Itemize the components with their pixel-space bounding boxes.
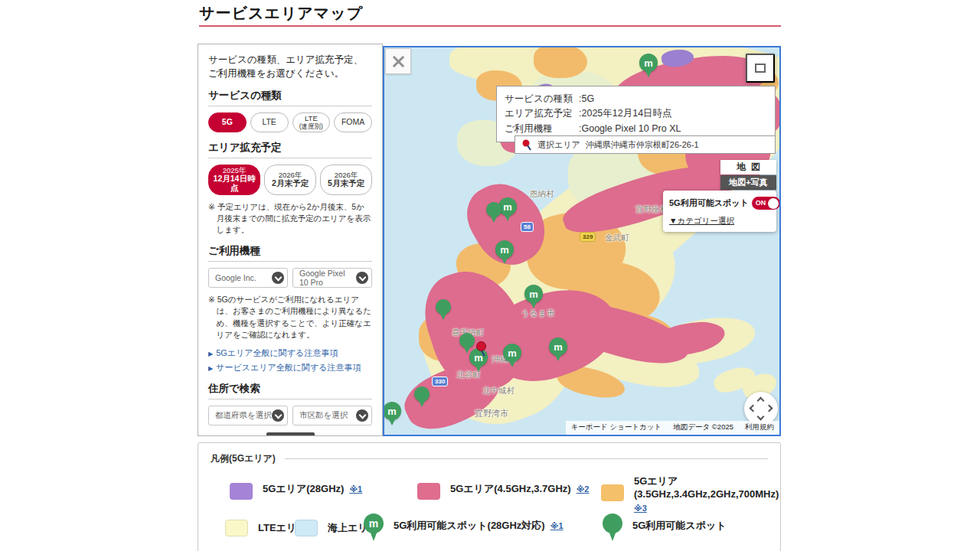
link-service-notes[interactable]: ▶サービスエリア全般に関する注意事項 [208,362,372,373]
route-shield: 329 [580,232,596,242]
close-map-button[interactable] [385,48,411,74]
legend-note-link[interactable]: ※1 [550,521,564,530]
legend-item-28ghz: 5Gエリア(28GHz)※1 [230,483,362,500]
service-type-options: 5G LTE LTE(速度別) FOMA [208,112,372,132]
category-select-link[interactable]: ▼カテゴリー選択 [669,216,770,227]
legend-item-spot: 5G利用可能スポット [603,514,727,533]
area-current-button[interactable]: 2025年12月14日時点 [208,165,260,195]
service-lte-button[interactable]: LTE [250,112,289,132]
fullscreen-button[interactable] [746,54,775,83]
chevron-down-icon [356,409,368,422]
5g-spot-pin[interactable]: m [549,337,567,356]
device-heading: ご利用機種 [208,244,372,262]
chevron-left-icon [750,405,757,412]
filter-panel: サービスの種類、エリア拡充予定、 ご利用機種をお選びください。 サービスの種類 … [198,44,383,436]
map-place-label: 宜野湾市 [475,408,508,419]
service-area-map-page: サービスエリアマップ サービスの種類、エリア拡充予定、 ご利用機種をお選びくださ… [0,0,980,551]
service-foma-button[interactable]: FOMA [334,112,372,132]
5g-spot-pin-icon [603,514,622,533]
chevron-down-icon [356,272,368,284]
5g-spot-pin[interactable]: m [495,240,514,259]
map-place-label: うるま市 [521,308,555,319]
5g-spot-pin[interactable] [486,202,501,217]
swatch-sea [295,520,318,536]
area-expansion-note: ※ 予定エリアは、現在から2か月後末、5か月後末までの間に拡充予定のエリアを表示… [208,201,372,236]
swatch-45ghz [417,483,440,500]
address-selects: 都道府県を選択 市区郡を選択 [208,406,372,425]
terrain-patch [534,46,587,78]
5g-spot-control-card: 5G利用可能スポット ON ▼カテゴリー選択 [663,191,776,232]
legend-title: 凡例(5Gエリア) [211,452,768,465]
service-area-map[interactable]: 恩納村 宜野座村 金武町 うるま市 嘉手納町 沖縄市 北谷町 北中城村 宜野湾市… [383,46,781,436]
swatch-sub6 [601,484,624,501]
swatch-28ghz [230,483,253,500]
address-search-heading: 住所で検索 [208,382,372,399]
link-5g-notes[interactable]: ▶5Gエリア全般に関する注意事項 [208,347,372,359]
notice-links: ▶5Gエリア全般に関する注意事項 ▶サービスエリア全般に関する注意事項 [208,347,372,373]
area-expansion-heading: エリア拡充予定 [208,141,372,158]
legend-item-spot-28ghz: m 5G利用可能スポット(28GHz対応)※1 [364,514,564,533]
legend-note-link[interactable]: ※2 [577,484,590,494]
map-type-photo-button[interactable]: 地図+写真 [720,175,776,190]
service-5g-button[interactable]: 5G [208,112,247,132]
legend-box: 凡例(5Gエリア) 5Gエリア(28GHz)※1 5Gエリア(4.5GHz,3.… [198,442,781,551]
map-attribution: キーボード ショートカット 地図データ ©2025 利用規約 [566,421,779,435]
5g-spot-toggle[interactable]: ON [752,197,780,210]
chevron-down-icon [757,413,765,421]
chevron-down-icon [272,409,284,422]
page-title: サービスエリアマップ [199,3,363,24]
legend-item-45ghz: 5Gエリア(4.5GHz,3.7GHz)※2 [417,483,589,500]
legend-note-link[interactable]: ※1 [349,484,362,494]
5g-spot-pin[interactable] [459,333,475,348]
map-type-switch: 地図 地図+写真 [720,160,776,190]
address-search-button[interactable]: 検索 [266,432,315,436]
map-place-label: 金武町 [605,233,629,243]
triangle-right-icon: ▶ [208,365,213,372]
triangle-right-icon: ▶ [208,350,213,357]
area-expansion-options: 2025年12月14日時点 2026年2月末予定 2026年5月末予定 [208,165,372,195]
terms-link[interactable]: 利用規約 [745,422,774,432]
selection-info-box: サービスの種類:5G エリア拡充予定:2025年12月14日時点 ご利用機種:G… [496,86,776,142]
device-selects: Google Inc. Google Pixel 10 Pro [208,268,372,288]
chevron-right-icon [766,405,773,412]
selected-address: 沖縄県沖縄市仲宗根町26-26-1 [586,139,699,151]
route-shield: 330 [432,377,448,386]
service-lte-speed-button[interactable]: LTE(速度別) [292,112,331,132]
map-place-label: 北中城村 [482,386,514,396]
panel-intro-text: サービスの種類、エリア拡充予定、 ご利用機種をお選びください。 [208,53,372,80]
5g-spot-pin[interactable]: m [524,285,543,303]
map-place-label: 恩納村 [530,189,554,200]
5g-spot-pin[interactable]: m [383,402,401,420]
route-shield: 58 [521,222,534,232]
chevron-up-icon [757,397,765,405]
5g-spot-pin[interactable]: m [503,344,521,362]
maker-select[interactable]: Google Inc. [208,268,288,288]
5g-spot-pin[interactable]: m [639,54,658,72]
title-divider [199,25,781,27]
city-select[interactable]: 市区郡を選択 [292,406,372,425]
5g-spot-pin-icon: m [364,514,384,533]
toggle-knob-icon [768,198,779,209]
selected-area-bar: 選択エリア 沖縄県沖縄市仲宗根町26-26-1 [514,135,776,154]
5g-spot-pin[interactable] [414,386,430,402]
5g-spot-pin[interactable]: m [469,348,488,367]
legend-note-link[interactable]: ※3 [634,503,779,514]
legend-item-sub6: 5Gエリア (3.5GHz,3.4GHz,2GHz,700MHz)※3 [601,475,779,514]
selected-location-pin[interactable] [476,341,486,351]
device-note: ※ 5Gのサービスがご利用になれるエリアは、お客さまのご利用機種により異なるため… [208,294,372,341]
keyboard-shortcuts-link[interactable]: キーボード ショートカット [571,422,662,432]
5g-spot-pin[interactable]: m [498,197,517,216]
map-type-map-button[interactable]: 地図 [720,160,776,174]
map-data-credit: 地図データ ©2025 [673,422,733,432]
prefecture-select[interactable]: 都道府県を選択 [208,406,288,425]
service-type-heading: サービスの種類 [208,89,372,106]
chevron-down-icon [272,272,284,284]
red-pushpin-icon [522,139,532,151]
swatch-lte [225,520,248,536]
model-select[interactable]: Google Pixel 10 Pro [292,268,372,288]
5g-spot-pin[interactable] [436,299,451,315]
area-may-button[interactable]: 2026年5月末予定 [320,165,372,195]
area-feb-button[interactable]: 2026年2月末予定 [264,165,316,195]
